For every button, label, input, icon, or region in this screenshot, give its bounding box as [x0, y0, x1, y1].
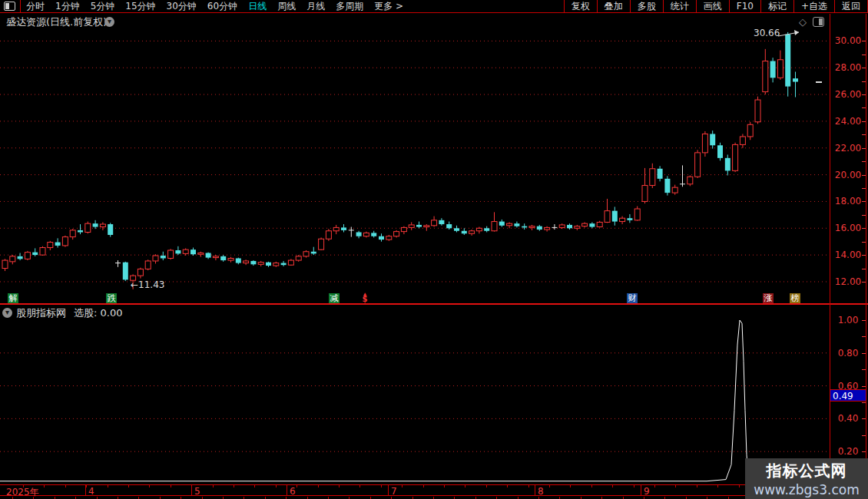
time-tick: [149, 485, 150, 487]
price-label: 14.00: [830, 250, 866, 260]
time-tick: [570, 485, 571, 487]
candle: [190, 248, 196, 256]
menu-button[interactable]: 标记: [760, 0, 793, 12]
time-tick: [44, 485, 45, 487]
candle: [620, 216, 625, 224]
candle: [582, 222, 588, 227]
time-tick: [486, 485, 487, 487]
month-separator: [388, 485, 389, 495]
candle: [108, 223, 113, 236]
candle: [695, 150, 701, 178]
body-up: [747, 124, 753, 137]
candle: [333, 225, 339, 234]
body-down: [379, 236, 384, 240]
body-up: [733, 144, 738, 170]
period-tab[interactable]: 1分钟: [50, 0, 85, 12]
period-tab[interactable]: 5分钟: [85, 0, 121, 12]
body-up: [476, 228, 482, 230]
time-tick: [444, 485, 445, 487]
time-tick: [359, 485, 360, 487]
period-tab[interactable]: 多周期: [330, 0, 369, 12]
period-tab[interactable]: 更多 >: [369, 0, 409, 12]
price-label: 18.00: [830, 196, 866, 207]
watermark-title: 指标公式网: [745, 461, 868, 481]
time-tick: [528, 485, 529, 487]
time-tick: [402, 485, 403, 487]
body-down: [416, 225, 422, 227]
period-tab[interactable]: 分时: [21, 0, 50, 12]
time-tick: [654, 485, 655, 487]
time-tick: [465, 485, 465, 487]
body-down: [658, 169, 663, 179]
candle: [634, 207, 640, 221]
body-up: [319, 239, 324, 250]
candle: [206, 253, 211, 259]
candle: [529, 225, 535, 230]
menu-button[interactable]: 叠加: [597, 0, 630, 12]
candle: [672, 185, 678, 195]
diamond-icon[interactable]: ◇: [799, 16, 807, 28]
price-label: 28.00: [830, 62, 866, 73]
body-down: [206, 253, 211, 258]
time-axis[interactable]: 2025年456789: [0, 484, 868, 496]
menu-button[interactable]: 返回: [834, 0, 868, 12]
body-down: [522, 226, 527, 228]
title-dropdown-icon[interactable]: ▾: [104, 17, 114, 27]
menu-button[interactable]: +自选: [793, 0, 834, 12]
split-pane-icon[interactable]: [813, 17, 824, 27]
candle: [439, 218, 444, 226]
time-tick: [213, 485, 214, 487]
body-up: [228, 258, 234, 260]
time-tick: [234, 485, 234, 487]
price-label: 24.00: [830, 116, 866, 127]
menu-button[interactable]: 多股: [630, 0, 663, 12]
time-tick: [717, 485, 718, 487]
split-view-icon[interactable]: [4, 2, 15, 11]
menu-button[interactable]: F10: [729, 0, 760, 12]
period-tab[interactable]: 日线: [243, 0, 272, 12]
period-tab[interactable]: 周线: [272, 0, 301, 12]
candle: [484, 226, 489, 233]
period-tab[interactable]: 月线: [301, 0, 330, 12]
time-label: 8: [538, 486, 544, 497]
body-up: [424, 226, 429, 227]
body-down: [537, 226, 542, 230]
candle: [777, 51, 783, 80]
price-label: 12.00: [830, 276, 866, 287]
period-tab[interactable]: 15分钟: [120, 0, 161, 12]
body-up: [48, 243, 53, 248]
body-up: [394, 232, 399, 236]
body-down: [627, 218, 632, 220]
chart-title: 盛达资源(日线.前复权): [6, 15, 107, 29]
body-up: [695, 153, 701, 177]
candle: [492, 212, 497, 231]
annotation-arrowhead: [794, 30, 799, 35]
candle: [567, 223, 572, 230]
candle: [793, 71, 798, 97]
period-tab[interactable]: 60分钟: [202, 0, 243, 12]
candle: [379, 233, 384, 241]
time-label: 6: [290, 486, 296, 497]
signal-marker: 解: [8, 293, 18, 303]
body-down: [356, 233, 362, 236]
time-tick: [339, 485, 340, 487]
price-label: 26.00: [830, 89, 866, 100]
body-up: [672, 187, 678, 193]
body-up: [740, 137, 745, 144]
candle: [409, 222, 414, 230]
period-tab[interactable]: 30分钟: [161, 0, 202, 12]
time-tick: [23, 485, 24, 487]
candle: [70, 229, 75, 240]
candle: [258, 261, 263, 266]
month-separator: [641, 485, 641, 495]
body-down: [612, 211, 618, 222]
signal-marker: 财: [627, 293, 638, 303]
menu-button[interactable]: 画线: [696, 0, 729, 12]
body-up: [763, 61, 768, 92]
body-up: [755, 100, 760, 122]
menu-button[interactable]: 复权: [564, 0, 597, 12]
menu-button[interactable]: 统计: [663, 0, 696, 12]
candle: [250, 260, 256, 266]
time-label: 9: [644, 486, 650, 497]
axis-value-badge: 0.49: [830, 389, 866, 402]
